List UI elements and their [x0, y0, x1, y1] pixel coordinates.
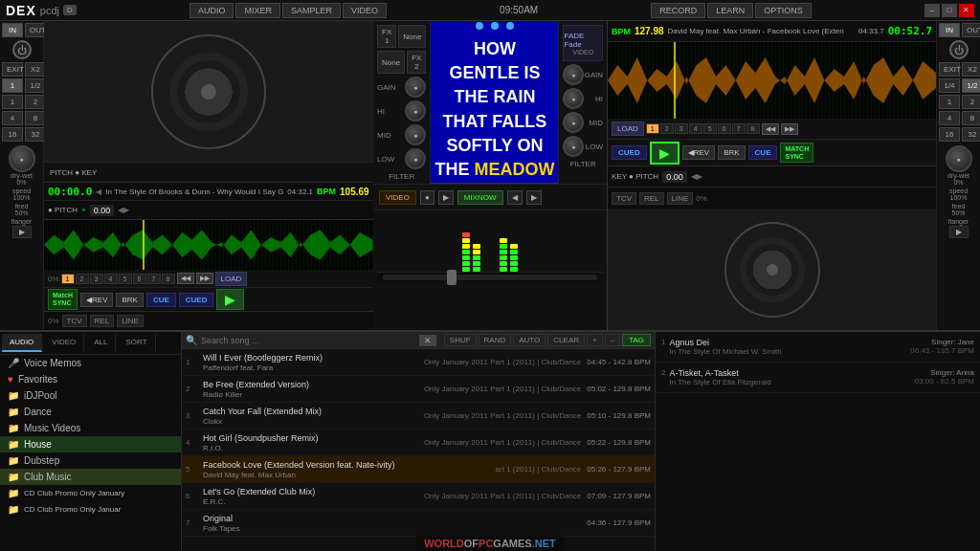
- search-clear-btn[interactable]: ✕: [419, 335, 436, 346]
- search-input[interactable]: [201, 336, 415, 345]
- crossfader[interactable]: [383, 275, 597, 280]
- minus-btn[interactable]: –: [605, 334, 620, 346]
- rt-row-1[interactable]: 1 Agnus Dei In The Style Of Michael W. S…: [656, 332, 980, 363]
- prev-center-btn[interactable]: ◀: [507, 190, 523, 205]
- tag-btn[interactable]: TAG: [622, 334, 651, 346]
- hi-knob-l[interactable]: ●: [405, 100, 426, 121]
- tab-sampler[interactable]: SAMPLER: [282, 3, 341, 18]
- track-row-6[interactable]: 6 Let's Go (Extended Club Mix) E.R.C. On…: [182, 483, 655, 510]
- sidebar-tab-all[interactable]: ALL: [86, 334, 116, 352]
- left-line-btn[interactable]: LINE: [117, 315, 144, 327]
- rec-btn[interactable]: ●: [420, 190, 434, 205]
- hi-knob-r[interactable]: ●: [563, 88, 584, 109]
- left-seg-6[interactable]: 6: [133, 274, 146, 284]
- maximize-button[interactable]: □: [942, 4, 957, 17]
- right-16-btn[interactable]: 16: [939, 127, 960, 142]
- left-seg-4[interactable]: 4: [104, 274, 118, 284]
- sidebar-house[interactable]: 📁 House: [0, 436, 181, 452]
- right-8-btn[interactable]: 8: [962, 111, 980, 125]
- track-row-3[interactable]: 3 Catch Your Fall (Extended Mix) Clokx O…: [182, 403, 655, 430]
- left-x2-btn[interactable]: X2: [25, 62, 46, 77]
- left-seg-2[interactable]: 2: [76, 274, 89, 284]
- mid-knob-r[interactable]: ●: [563, 112, 584, 133]
- left-match-sync[interactable]: MatcHSYNC: [48, 289, 78, 309]
- none-right-btn[interactable]: None: [377, 51, 405, 74]
- left-cued-btn[interactable]: CUED: [179, 293, 214, 307]
- left-load-btn[interactable]: LOAD: [215, 272, 248, 286]
- right-seg-4[interactable]: 4: [689, 123, 702, 134]
- right-brk-btn[interactable]: BRK: [718, 145, 745, 160]
- none-left-btn[interactable]: None: [398, 25, 426, 48]
- sidebar-music-videos[interactable]: 📁 Music Videos: [0, 420, 181, 436]
- right-x2-btn[interactable]: X2: [962, 62, 980, 77]
- right-power-btn[interactable]: ⏻: [949, 40, 969, 59]
- right-cued-btn[interactable]: CUED: [612, 145, 647, 160]
- track-row-5[interactable]: 5 Facebook Love (Extended Version feat. …: [182, 456, 655, 483]
- mid-knob-l[interactable]: ●: [405, 124, 426, 145]
- right-load-btn[interactable]: LOAD: [612, 121, 644, 136]
- tab-record[interactable]: RECORD: [651, 3, 705, 18]
- sidebar-tab-sort[interactable]: SORT: [118, 334, 155, 352]
- right-seg-3[interactable]: 3: [675, 123, 688, 134]
- tab-mixer[interactable]: MIXER: [235, 3, 280, 18]
- play-center-btn[interactable]: ▶: [438, 190, 454, 205]
- right-prev-btn[interactable]: ◀◀: [762, 123, 779, 135]
- left-8-btn[interactable]: 8: [25, 111, 46, 125]
- right-seg-6[interactable]: 6: [718, 123, 731, 134]
- left-play-btn[interactable]: ▶: [216, 289, 244, 310]
- fx2-btn[interactable]: FX 2: [407, 51, 426, 74]
- sidebar-tab-video[interactable]: VIDEO: [44, 334, 84, 352]
- minimize-button[interactable]: –: [924, 4, 940, 17]
- left-tcv-btn[interactable]: TCV: [62, 315, 87, 327]
- right-1-btn[interactable]: 1: [939, 95, 960, 109]
- low-knob-l[interactable]: ●: [405, 148, 426, 169]
- gain-knob-l[interactable]: ●: [405, 77, 426, 98]
- left-rev-btn[interactable]: ◀REV: [80, 293, 113, 307]
- right-in-btn[interactable]: IN: [939, 23, 960, 37]
- track-row-4[interactable]: 4 Hot Girl (Soundpusher Remix) R.I.O. On…: [182, 430, 655, 456]
- sidebar-cd-promo-2[interactable]: 📁 CD Club Promo Only Januar: [0, 501, 181, 518]
- right-32-btn[interactable]: 32: [962, 127, 980, 142]
- right-rev-btn[interactable]: ◀REV: [682, 145, 715, 160]
- left-power-btn[interactable]: ⏻: [12, 40, 32, 59]
- left-flanger-arrow[interactable]: ▶: [12, 226, 32, 238]
- sidebar-club-music[interactable]: 📁 Club Music: [0, 469, 181, 485]
- right-drywet-knob[interactable]: ●: [946, 145, 972, 172]
- left-seg-3[interactable]: 3: [90, 274, 103, 284]
- left-1-2-btn[interactable]: 1/2: [25, 78, 46, 93]
- plus-btn[interactable]: +: [587, 334, 603, 346]
- left-16-btn[interactable]: 16: [2, 127, 23, 142]
- right-2-btn[interactable]: 2: [962, 95, 980, 109]
- tab-video[interactable]: VIDEO: [343, 3, 387, 18]
- left-32-btn[interactable]: 32: [25, 127, 46, 142]
- right-vinyl-disc[interactable]: [724, 222, 820, 318]
- close-button[interactable]: ✕: [959, 4, 974, 17]
- left-cue-btn[interactable]: CUE: [146, 293, 176, 307]
- track-row-2[interactable]: 2 Be Free (Extended Version) Radio Kille…: [182, 376, 655, 403]
- tab-learn[interactable]: LEARN: [707, 3, 753, 18]
- sidebar-dubstep[interactable]: 📁 Dubstep: [0, 452, 181, 469]
- right-out-btn[interactable]: OUT: [962, 23, 980, 37]
- right-rel-btn[interactable]: REL: [639, 192, 664, 205]
- fx1-btn[interactable]: FX 1: [377, 25, 396, 48]
- sidebar-idjpool[interactable]: 📁 iDJPool: [0, 387, 181, 404]
- right-1-2-btn[interactable]: 1/2: [962, 78, 980, 93]
- right-seg-5[interactable]: 5: [703, 123, 717, 134]
- video-btn[interactable]: VIDEO: [379, 190, 416, 205]
- left-in-btn[interactable]: IN: [2, 23, 23, 37]
- tab-options[interactable]: OPTIONS: [755, 3, 812, 18]
- auto-btn[interactable]: AUTO: [513, 334, 546, 346]
- right-seg-2[interactable]: 2: [660, 123, 674, 134]
- right-tcv-btn[interactable]: TCV: [612, 192, 636, 205]
- left-brk-btn[interactable]: BRK: [116, 293, 143, 307]
- right-play-btn[interactable]: ▶: [650, 142, 679, 165]
- sidebar-dance[interactable]: 📁 Dance: [0, 404, 181, 420]
- left-vinyl-disc[interactable]: [151, 34, 266, 149]
- right-seg-8[interactable]: 8: [746, 123, 760, 134]
- right-flanger-arrow[interactable]: ▶: [949, 226, 969, 238]
- right-match-sync[interactable]: MATCHSYNC: [780, 143, 813, 163]
- rand-btn[interactable]: RAND: [479, 334, 512, 346]
- right-exit-btn[interactable]: EXIT: [939, 62, 960, 77]
- sidebar-favorites[interactable]: ♥ Favorites: [0, 371, 181, 387]
- left-out-btn[interactable]: OUT: [25, 23, 46, 37]
